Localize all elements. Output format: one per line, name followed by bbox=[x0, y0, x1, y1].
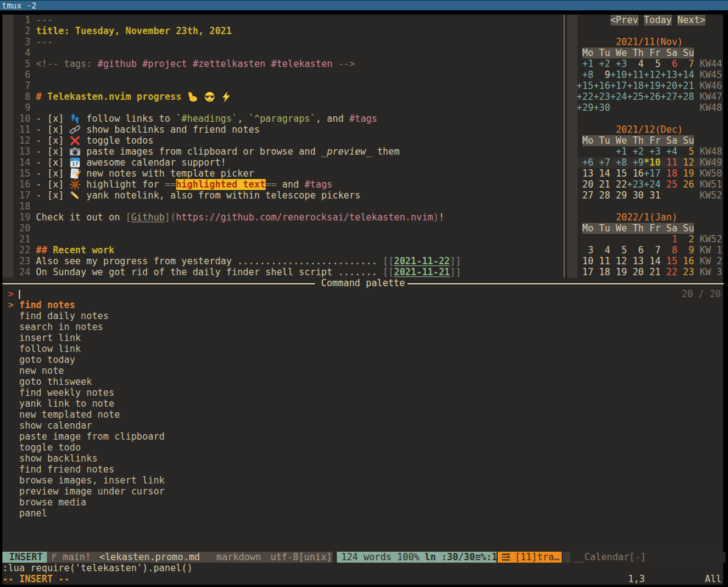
text-segment: - [x] bbox=[36, 168, 69, 179]
text-segment: 22 bbox=[660, 267, 677, 278]
line-number: 10 bbox=[13, 113, 30, 124]
text-segment: +29+30 bbox=[577, 102, 610, 113]
text-segment: KW52 bbox=[700, 190, 723, 201]
text-segment: KW47 bbox=[700, 91, 723, 102]
text-segment: --- bbox=[36, 37, 53, 47]
footprints-emoji-icon bbox=[69, 113, 80, 124]
text-segment: 2021/11(Nov) bbox=[616, 37, 683, 47]
text-segment: KW 1 bbox=[700, 245, 723, 256]
text-segment: 11 bbox=[660, 157, 677, 168]
window-separator bbox=[564, 15, 565, 278]
text-segment bbox=[694, 267, 699, 278]
text-segment: 10 11 12 13 14 bbox=[577, 256, 661, 267]
tab-active[interactable]: [11]tra… bbox=[498, 552, 562, 563]
next-button[interactable]: Next> bbox=[677, 15, 705, 26]
window-titlebar[interactable]: tmux -2 bbox=[0, 0, 728, 10]
text-segment bbox=[660, 190, 699, 201]
text-segment bbox=[577, 223, 582, 234]
palette-item-label: paste image from clipboard bbox=[19, 431, 165, 442]
line-number: 22 bbox=[13, 245, 30, 256]
zap-emoji-icon bbox=[221, 91, 231, 102]
text-segment bbox=[694, 168, 699, 179]
palette-item-label: find notes bbox=[19, 300, 76, 311]
terminal-window: tmux -2 1---2title: Tuesday, November 23… bbox=[0, 0, 728, 587]
text-segment: KW 3 bbox=[700, 267, 723, 278]
text-segment bbox=[694, 146, 699, 157]
text-segment: - [x] bbox=[36, 146, 69, 157]
text-segment bbox=[577, 37, 616, 47]
text-segment bbox=[694, 80, 699, 91]
git-branch-label: main! bbox=[63, 552, 91, 563]
caret-space bbox=[8, 409, 19, 420]
link-emoji-icon bbox=[69, 124, 80, 135]
tab-label: [11]tra… bbox=[515, 552, 559, 563]
text-segment: #zettelkasten bbox=[193, 58, 265, 69]
text-segment: yank notelink, also from within telescop… bbox=[81, 190, 361, 201]
text-segment: toggle todos bbox=[81, 135, 154, 146]
text-segment: Telekasten.nvim progress bbox=[47, 91, 187, 102]
line-number: 21 bbox=[13, 234, 30, 245]
editor-scrollbar[interactable] bbox=[2, 15, 13, 278]
text-segment bbox=[672, 15, 677, 26]
text-segment bbox=[694, 58, 699, 69]
github-url[interactable]: https://github.com/renerocksai/telekaste… bbox=[176, 212, 433, 223]
text-segment: KW48 bbox=[700, 102, 723, 113]
line-number: 2 bbox=[13, 26, 30, 37]
text-segment: 2 bbox=[677, 234, 694, 245]
text-segment: Check it out on bbox=[36, 212, 125, 223]
text-segment: 9 bbox=[677, 245, 694, 256]
wiki-link[interactable]: 2021-11-21 bbox=[394, 267, 450, 278]
caret-space bbox=[8, 387, 19, 398]
text-segment: and bbox=[277, 179, 305, 190]
statusline-stats: 124 words 100% ln :30/30≡%:1 bbox=[337, 552, 497, 563]
text-segment: - [x] bbox=[36, 179, 69, 190]
text-segment bbox=[577, 212, 616, 223]
text-segment bbox=[694, 157, 699, 168]
location-label: ln :30/30≡%:1 bbox=[425, 552, 497, 563]
text-segment: highlight for bbox=[81, 179, 165, 190]
line-number: 19 bbox=[13, 212, 30, 223]
github-link[interactable]: Github bbox=[131, 212, 164, 223]
pencil-emoji-icon bbox=[69, 190, 80, 201]
text-segment: KW 2 bbox=[700, 256, 723, 267]
command-line[interactable]: :lua require('telekasten').panel() bbox=[2, 563, 193, 574]
text-segment: 18 bbox=[660, 168, 677, 179]
caret-space bbox=[8, 398, 19, 409]
text-segment bbox=[694, 234, 699, 245]
text-segment: KW45 bbox=[700, 69, 723, 80]
today-button[interactable]: Today bbox=[644, 15, 672, 26]
wiki-link[interactable]: 2021-11-22 bbox=[394, 256, 450, 267]
text-segment: `^paragraps` bbox=[249, 113, 316, 124]
selection-caret: > bbox=[8, 300, 19, 311]
camera-emoji-icon bbox=[69, 146, 80, 157]
text-segment: [ bbox=[125, 212, 131, 223]
terminal-content: 1---2title: Tuesday, November 23th, 2021… bbox=[0, 15, 728, 585]
result-counter: 20 / 20 bbox=[682, 289, 721, 300]
palette-item-label: find daily notes bbox=[19, 311, 109, 322]
text-segment bbox=[577, 146, 610, 157]
caret-space bbox=[8, 376, 19, 387]
text-segment: - [x] bbox=[36, 135, 69, 146]
text-segment: == bbox=[164, 179, 175, 190]
line-number: 6 bbox=[13, 69, 30, 80]
text-segment: KW49 bbox=[700, 157, 723, 168]
text-segment: ]( bbox=[164, 212, 175, 223]
prev-button[interactable]: <Prev bbox=[610, 15, 638, 26]
text-segment: KW51 bbox=[700, 179, 723, 190]
text-segment: KW50 bbox=[700, 168, 723, 179]
text-segment: , and bbox=[316, 113, 349, 124]
text-segment: *10 bbox=[644, 157, 661, 168]
caret-space bbox=[8, 311, 19, 322]
caret-space bbox=[8, 332, 19, 343]
encoding-label: utf-8[unix] bbox=[270, 552, 332, 563]
text-segment: paste images from clipboard or browse an… bbox=[81, 146, 322, 157]
calendar-buffer-label: __Calendar[-] bbox=[573, 552, 646, 563]
text-segment bbox=[577, 47, 582, 58]
text-segment: Mo Tu We Th Fr Sa Su bbox=[582, 223, 694, 234]
line-number: 24 bbox=[13, 267, 30, 278]
line-number: 23 bbox=[13, 256, 30, 267]
text-segment: +15+16+17+18+19+20+21 bbox=[577, 80, 694, 91]
window-title: tmux -2 bbox=[2, 1, 37, 10]
caret-space bbox=[8, 365, 19, 376]
palette-item-label: find weekly notes bbox=[19, 387, 115, 398]
